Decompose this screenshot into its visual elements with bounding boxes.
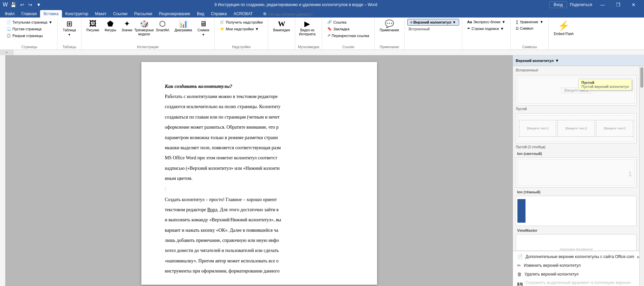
restore-button[interactable]: ❐	[610, 0, 626, 9]
gallery-scrollbar[interactable]	[639, 66, 644, 286]
symbol-button[interactable]: Ω Символ	[513, 25, 546, 31]
share-button[interactable]: Поделиться	[570, 2, 592, 7]
equation-button[interactable]: ∑ Уравнение ▼	[513, 19, 546, 25]
ribbon-group-embed-flash: ⚡ Embed Flash	[549, 18, 579, 50]
tab-file[interactable]: Файл	[1, 10, 18, 18]
delete-header-menu-item[interactable]: 🗑 Удалить верхний колонтитул	[513, 270, 644, 279]
redo-button[interactable]: ↪	[27, 1, 34, 8]
tab-home[interactable]: Главная	[18, 10, 40, 18]
bookmark-button[interactable]: 🔖 Закладка	[325, 26, 372, 32]
paragraph-4: оформление может разниться. Обратите вни…	[165, 124, 353, 131]
table-button[interactable]: ⊞ Таблица ▼	[60, 19, 78, 38]
gallery-scroll[interactable]: Пустой Пустой верхний колонтитул [Введит…	[513, 73, 644, 250]
context-menu-divider	[513, 251, 644, 252]
undo-button[interactable]: ↩	[19, 1, 26, 8]
gallery-item-ion-dark[interactable]	[516, 196, 637, 226]
document-scroll[interactable]: Как создавать колонтитулы? Работать с ко…	[5, 55, 513, 286]
tab-layout[interactable]: Макет	[92, 10, 110, 18]
underlined-word: Ворд	[207, 207, 217, 212]
tab-view[interactable]: Вид	[194, 10, 208, 18]
wikipedia-button[interactable]: W Википедия	[271, 19, 293, 34]
ruler-corner: ⌖	[0, 50, 13, 55]
gallery-item-viewmaster[interactable]: [заголовок документа]	[516, 234, 637, 250]
ribbon-group-illustrations: 🖼 Рисунки ⬟ Фигуры ✦ Значки 🎲 Трёхмерные…	[81, 18, 215, 50]
header-icon: ≡	[410, 20, 412, 24]
header-current: Встроенный	[407, 26, 459, 32]
search-input[interactable]	[268, 12, 329, 17]
embed-flash-button[interactable]: ⚡ Embed Flash	[551, 19, 576, 37]
gallery-item-pustoy-3col[interactable]: [Введите текст] [Введите текст] [Введите…	[516, 113, 637, 144]
gallery-dropdown-arrow[interactable]: ▼	[555, 58, 559, 63]
close-button[interactable]: ✕	[626, 0, 641, 9]
icons-button[interactable]: ✦ Значки	[119, 19, 135, 34]
signature-lines-icon: ✒	[467, 26, 470, 31]
page-break-button[interactable]: 📋 Разрыв страницы	[4, 32, 55, 39]
page-break-icon: 📋	[6, 33, 11, 38]
save-button[interactable]: 💾	[9, 1, 18, 8]
signature-lines-button[interactable]: ✒ Строки подписи ▼	[465, 25, 508, 32]
ruler-area: ⌖	[0, 50, 644, 55]
save-header-icon: 💾	[517, 282, 523, 286]
gallery-label-pustoy-3col: Пустой (3 столбца)	[514, 145, 638, 150]
paragraph-12: и выполнить команду «Верхний/Нижний коло…	[165, 216, 353, 224]
smartart-button[interactable]: ⬡ SmartArt	[154, 19, 171, 34]
symbol-icon: Ω	[516, 26, 518, 30]
title-bar: W 💾 ↩ ↪ ▼ 9 Инструкция по созданию, реда…	[0, 0, 644, 9]
get-addins-button[interactable]: 🛒 Получить надстройки	[217, 19, 265, 25]
shapes-icon: ⬟	[107, 20, 113, 28]
document-heading: Как создавать колонтитулы?	[165, 82, 353, 90]
express-blocks-button[interactable]: Aa Экспресс-блоки ▼	[465, 19, 508, 25]
embed-flash-label: Embed Flash	[554, 32, 574, 36]
video-button[interactable]: ▶ Видео из Интернета	[298, 19, 316, 38]
ribbon-group-tables: ⊞ Таблица ▼ Таблицы	[58, 18, 81, 50]
title-page-button[interactable]: 📄 Титульная страница ▼	[4, 19, 55, 25]
more-headers-menu-item[interactable]: 📄 Дополнительные верхние колонтитулы с с…	[513, 252, 644, 261]
ribbon-group-wikipedia: W Википедия	[268, 18, 296, 50]
edit-header-menu-item[interactable]: ✏ Изменить верхний колонтитул	[513, 261, 644, 270]
quick-access-toolbar: W 💾 ↩ ↪ ▼	[3, 1, 42, 8]
login-button[interactable]: Вход	[549, 1, 567, 8]
shapes-button[interactable]: ⬟ Фигуры	[102, 19, 118, 34]
pictures-button[interactable]: 🖼 Рисунки	[84, 19, 102, 34]
tab-mailings[interactable]: Рассылки	[131, 10, 156, 18]
paragraph-10: Создать колонтитул – просто! Главное – х…	[165, 196, 353, 203]
equation-icon: ∑	[516, 20, 518, 24]
express-blocks-icon: Aa	[467, 20, 472, 24]
wikipedia-icon: W	[278, 20, 285, 28]
hyperlink-button[interactable]: 🔗 Ссылка	[325, 19, 372, 25]
tab-help[interactable]: Справка	[208, 10, 230, 18]
diagram-button[interactable]: 📊 Диаграмма	[172, 19, 194, 34]
gallery-label-pustoy: Пустой	[514, 106, 638, 112]
cross-ref-button[interactable]: ↗ Перекрестная ссылка	[325, 32, 372, 39]
ribbon-group-symbols: ∑ Уравнение ▼ Ω Символ Символы	[511, 18, 549, 50]
dropdown-arrow: ▼	[500, 27, 504, 31]
icons-icon: ✦	[124, 20, 130, 28]
screenshot-button[interactable]: 🖥 Снимок ▼	[195, 19, 211, 38]
paragraph-spacer: |	[165, 185, 353, 193]
tab-references[interactable]: Ссылки	[110, 10, 131, 18]
paragraph-17: инструменты при оформлении, форматирован…	[165, 267, 353, 275]
window-controls: — ❐ ✕	[595, 0, 641, 9]
gallery-item-pustoy[interactable]: Пустой Пустой верхний колонтитул [Введит…	[516, 75, 637, 105]
comment-button[interactable]: 💬 Примечание	[377, 19, 402, 34]
customize-qat-button[interactable]: ▼	[35, 1, 42, 8]
gallery-section-ion-light: Ion (светлый)	[514, 150, 638, 156]
smartart-icon: ⬡	[159, 20, 166, 28]
vertical-ruler	[0, 55, 5, 286]
viewmaster-text: [заголовок документа]	[560, 248, 592, 250]
blank-page-button[interactable]: 📃 Пустая страница	[4, 26, 55, 32]
header-dropdown-button[interactable]: ≡ Верхний колонтитул ▼	[407, 19, 459, 26]
tab-constructor[interactable]: Конструктор	[62, 10, 92, 18]
tab-insert[interactable]: Вставка	[40, 10, 62, 18]
gallery-item-ion-light[interactable]: 1	[516, 157, 637, 188]
tab-acrobat[interactable]: ACROBAT	[230, 10, 256, 18]
3d-models-button[interactable]: 🎲 Трёхмерные модели	[135, 19, 153, 38]
header-dropdown-arrow: ▼	[452, 20, 456, 24]
tab-review[interactable]: Рецензирование	[156, 10, 194, 18]
my-addins-button[interactable]: ⭐ Мои надстройки ▼	[217, 26, 265, 32]
search-icon: 🔍	[263, 12, 268, 17]
gallery-scrollbar-thumb[interactable]	[640, 67, 643, 88]
minimize-button[interactable]: —	[595, 0, 610, 9]
header-gallery-panel: Верхний колонтитул ▼ Встроенный Пустой П…	[513, 55, 644, 286]
dropdown-arrow: ▼	[502, 20, 505, 24]
